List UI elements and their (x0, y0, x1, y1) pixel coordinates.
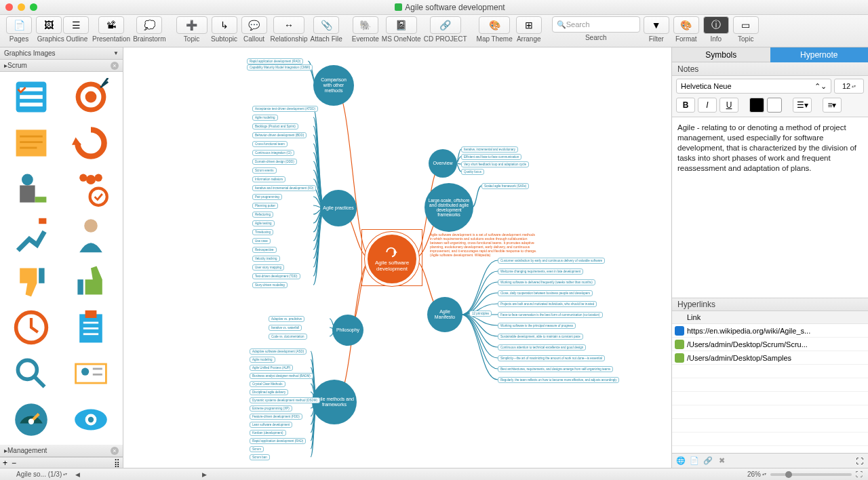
leaf-node[interactable]: Rapid application development (RAD) (247, 58, 303, 64)
graphics-button[interactable]: 🖼 (36, 16, 62, 34)
leaf-node[interactable]: Backlogs (Product and Sprint) (252, 123, 298, 129)
topic-panel-button[interactable]: ▭ (733, 16, 759, 34)
topic-button[interactable]: ➕ (176, 16, 208, 34)
minimize-icon[interactable] (18, 3, 25, 11)
clipart-sprint[interactable] (64, 122, 118, 164)
align-button[interactable]: ≡▾ (823, 98, 842, 113)
dropdown-icon[interactable]: ▼ (113, 50, 119, 56)
font-select[interactable]: Helvetica Neue⌃⌄ (676, 79, 831, 94)
clipart-thumbsup[interactable] (64, 260, 118, 302)
format-button[interactable]: 🎨 (673, 16, 699, 34)
leaf-node[interactable]: Test-driven development (TDD) (252, 273, 300, 279)
size-select[interactable]: 12▴▾ (834, 79, 864, 94)
leaf-node[interactable]: Domain-driven design (DDD) (252, 159, 297, 165)
add-file-button[interactable]: 📄 (688, 456, 701, 466)
clipart-target[interactable] (64, 76, 118, 118)
leaf-node[interactable]: Disciplined agile delivery (250, 389, 288, 395)
leaf-node[interactable]: Face-to-face conversation is the best fo… (498, 312, 603, 318)
list-button[interactable]: ☰▾ (793, 98, 812, 113)
leaf-node[interactable]: Scrum (250, 446, 264, 452)
link-row[interactable]: /Users/admin/Desktop/Scrum/Scru... (672, 338, 868, 351)
presentation-button[interactable]: 📽 (98, 16, 124, 34)
clipart-goal[interactable] (4, 214, 58, 256)
leaf-node[interactable]: Continuous attention to technical excell… (498, 344, 586, 351)
close-icon[interactable]: × (111, 447, 119, 455)
clipart-person[interactable] (64, 214, 118, 256)
zoom-stepper[interactable]: ▴▾ (762, 473, 766, 476)
add-url-button[interactable]: 🌐 (675, 456, 687, 466)
leaf-node[interactable]: Iterative, incremental and evolutionary (461, 146, 518, 153)
close-icon[interactable] (5, 3, 13, 11)
node-largescale[interactable]: Large-scale, offshore and distributed ag… (425, 183, 473, 232)
cdproject-button[interactable]: 🔗 (430, 16, 461, 34)
leaf-node[interactable]: Behavior-driven development (BDD) (252, 132, 307, 138)
leaf-node[interactable]: Welcome changing requirements, even in l… (498, 268, 583, 275)
node-comparison[interactable]: Comparison with other methods (313, 65, 354, 106)
leaf-node[interactable]: Simplicity—the art of maximizing the amo… (498, 355, 605, 361)
maximize-icon[interactable] (30, 3, 37, 11)
relationship-button[interactable]: ↔ (273, 16, 304, 34)
callout-button[interactable]: 💬 (241, 16, 267, 34)
category-scrum[interactable]: ▸ Scrum × (0, 60, 123, 72)
clipart-gauge[interactable] (4, 399, 58, 441)
leaf-node[interactable]: 12 principles (469, 311, 492, 317)
leaf-node[interactable]: Adaptive software development (ASD) (250, 348, 307, 355)
remove-link-button[interactable]: ✖ (715, 456, 728, 466)
bg-color[interactable] (767, 98, 782, 113)
leaf-node[interactable]: Quality focus (461, 169, 484, 175)
search-input[interactable]: 🔍 Search (552, 16, 640, 33)
leaf-node[interactable]: Very short feedback loop and adaptation … (461, 161, 529, 167)
clipart-clock[interactable] (4, 306, 58, 348)
leaf-node[interactable]: Projects are built around motivated indi… (498, 301, 597, 307)
leaf-node[interactable]: Use case (252, 238, 271, 244)
leaf-node[interactable]: Best architectures, requirements, and de… (498, 366, 613, 372)
leaf-node[interactable]: Iterative vs. waterfall (269, 325, 302, 331)
tab-hypernote[interactable]: Hypernote (770, 47, 869, 62)
arrange-button[interactable]: ⊞ (516, 16, 542, 34)
leaf-node[interactable]: Story-driven modeling (252, 282, 288, 288)
leaf-node[interactable]: Kanban (development) (250, 430, 286, 436)
central-topic[interactable]: Agile software development (365, 232, 419, 286)
subtopic-button[interactable]: ↳ (212, 16, 237, 34)
nav-left[interactable]: ◀ (75, 471, 80, 478)
leaf-node[interactable]: Agile Unified Process (AUP) (250, 365, 293, 371)
leaf-node[interactable]: Crystal Clear Methods (250, 381, 285, 387)
filter-button[interactable]: ▼ (644, 16, 669, 34)
leaf-node[interactable]: Efficient and face-to-face communication (461, 154, 521, 160)
zoom-thumb[interactable] (785, 471, 792, 478)
clipart-checklist[interactable] (4, 76, 58, 118)
italic-button[interactable]: I (698, 98, 717, 113)
add-button[interactable]: + (3, 458, 7, 468)
leaf-node[interactable]: Agile testing (252, 220, 275, 226)
clipart-thumbsdown[interactable] (4, 260, 58, 302)
leaf-node[interactable]: Cross-functional team (252, 141, 288, 147)
tab-symbols[interactable]: Symbols (672, 47, 770, 62)
add-topic-button[interactable]: 🔗 (702, 456, 714, 466)
leaf-node[interactable]: Business analyst designer method (BADM) (250, 373, 313, 379)
node-manifesto[interactable]: Agile Manifesto (427, 297, 462, 332)
leaf-node[interactable]: Iterative and incremental development (I… (252, 185, 316, 191)
leaf-node[interactable]: Working software is delivered frequently… (498, 279, 595, 285)
leaf-node[interactable]: Acceptance test-driven development (ATDD… (252, 106, 318, 112)
category-management[interactable]: ▸ Management × (0, 445, 123, 457)
brainstorm-button[interactable]: 💭 (136, 16, 162, 34)
leaf-node[interactable]: Regularly, the team reflects on how to b… (498, 377, 619, 383)
leaf-node[interactable]: Agile modeling (252, 115, 278, 121)
onenote-button[interactable]: 📓 (386, 16, 417, 34)
leaf-node[interactable]: Feature-driven development (FDD) (250, 414, 302, 420)
leaf-node[interactable]: Adaptive vs. predictive (269, 316, 304, 322)
leaf-node[interactable]: Sustainable development, able to maintai… (498, 334, 583, 340)
canvas[interactable]: Agile software development Agile softwar… (123, 47, 671, 468)
notes-text[interactable]: Agile - relating to or denoting a method… (672, 117, 868, 298)
leaf-node[interactable]: Lean software development (250, 422, 292, 428)
leaf-node[interactable]: Agile modeling (250, 357, 275, 363)
leaf-node[interactable]: Rapid application development (RAD) (250, 438, 306, 444)
evernote-button[interactable]: 🐘 (353, 16, 378, 34)
bold-button[interactable]: B (676, 98, 695, 113)
doc-indicator[interactable]: Agile so... (1/3) (16, 471, 62, 478)
info-button[interactable]: ⓘ (703, 16, 729, 34)
leaf-node[interactable]: Refactoring (252, 212, 273, 218)
clipart-investor[interactable] (4, 168, 58, 210)
leaf-node[interactable]: Timeboxing (252, 229, 273, 235)
leaf-node[interactable]: Pair programming (252, 194, 282, 200)
